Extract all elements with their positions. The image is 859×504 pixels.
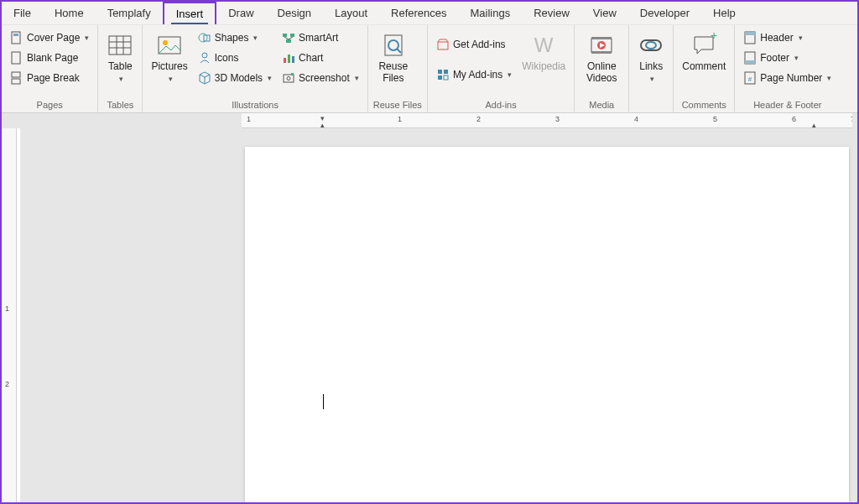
indent-marker-icon[interactable]: ▴ [320,121,325,128]
shapes-button[interactable]: Shapes▾ [195,29,275,47]
link-icon [638,32,664,59]
vertical-ruler[interactable]: 1 2 [2,128,17,502]
group-illustrations: Pictures▾ Shapes▾ Icons 3D Models ▾ [143,25,367,112]
page-number-label: Page Number [760,72,822,84]
tab-templafy[interactable]: Templafy [96,2,163,24]
ruler-mark: 5 [713,115,717,123]
table-label: Table [108,60,133,72]
reuse-files-button[interactable]: Reuse Files [373,29,414,84]
header-icon [743,31,757,44]
chevron-down-icon: ▾ [799,34,803,42]
group-tables-label: Tables [103,97,137,112]
svg-rect-27 [291,73,294,75]
3d-models-button[interactable]: 3D Models ▾ [195,69,275,87]
svg-line-30 [397,49,401,53]
icons-button[interactable]: Icons [195,49,275,67]
footer-label: Footer [760,52,789,64]
text-cursor [323,394,324,409]
svg-rect-10 [159,37,180,54]
links-label: Links [639,60,663,72]
tab-file[interactable]: File [2,2,43,24]
smartart-label: SmartArt [299,32,338,44]
tab-draw[interactable]: Draw [216,2,265,24]
tab-home[interactable]: Home [43,2,96,24]
svg-rect-22 [284,58,286,63]
svg-rect-40 [591,37,612,39]
header-button[interactable]: Header▾ [740,29,835,47]
3d-models-label: 3D Models [215,72,263,84]
tab-insert[interactable]: Insert [163,2,217,24]
group-comments-label: Comments [679,97,729,112]
shapes-label: Shapes [215,32,249,44]
links-button[interactable]: Links▾ [634,29,668,85]
screenshot-label: Screenshot [299,72,350,84]
blank-page-label: Blank Page [27,52,78,64]
chevron-down-icon: ▾ [119,75,123,83]
online-videos-button[interactable]: Online Videos [580,29,623,84]
document-workspace: 1 1 2 3 4 5 6 7 ▾ ▴ ▴ 1 2 [2,113,857,502]
comment-label: Comment [682,60,726,72]
blank-page-button[interactable]: Blank Page [7,49,92,67]
svg-text:W: W [534,34,554,56]
tab-view[interactable]: View [581,2,628,24]
group-header-footer: Header▾ Footer▾ # Page Number▾ Header & … [735,25,840,112]
screenshot-button[interactable]: Screenshot▾ [279,69,362,87]
page-number-button[interactable]: # Page Number▾ [740,69,835,87]
cover-page-button[interactable]: Cover Page▾ [7,29,92,47]
table-button[interactable]: Table▾ [103,29,137,85]
ruler-mark: 3 [555,115,560,123]
horizontal-ruler[interactable]: 1 1 2 3 4 5 6 7 ▾ ▴ ▴ [242,113,852,128]
footer-icon [743,51,757,65]
svg-text:+: + [711,32,717,42]
wikipedia-button[interactable]: W Wikipedia [518,29,569,72]
page-break-label: Page Break [27,72,80,84]
document-page[interactable] [245,147,849,504]
pictures-button[interactable]: Pictures▾ [148,29,190,85]
icons-icon [198,51,211,65]
svg-rect-34 [438,75,442,80]
wikipedia-label: Wikipedia [522,60,565,72]
group-illustrations-label: Illustrations [148,97,362,112]
cube-icon [198,71,211,85]
tab-design[interactable]: Design [266,2,323,24]
svg-rect-24 [292,56,294,63]
ruler-mark: 1 [5,304,9,313]
reuse-files-icon [380,32,407,59]
pictures-icon [156,32,183,59]
ruler-mark: 2 [5,380,9,388]
page-break-button[interactable]: Page Break [7,69,92,87]
shapes-icon [198,31,211,44]
footer-button[interactable]: Footer▾ [740,49,835,67]
chart-button[interactable]: Chart [279,49,362,67]
tab-help[interactable]: Help [701,2,747,24]
header-label: Header [760,32,793,44]
ruler-mark: 4 [634,115,638,123]
group-media-label: Media [580,97,623,112]
svg-text:#: # [748,75,752,83]
svg-rect-4 [12,79,20,84]
get-addins-label: Get Add-ins [453,39,506,50]
chevron-down-icon: ▾ [253,34,258,42]
tab-references[interactable]: References [379,2,458,24]
svg-rect-35 [444,75,448,80]
ribbon: Cover Page▾ Blank Page Page Break Pages … [2,25,857,113]
svg-rect-2 [12,52,20,64]
smartart-button[interactable]: SmartArt [279,29,362,47]
tab-developer[interactable]: Developer [628,2,701,24]
get-addins-button[interactable]: Get Add-ins [433,35,515,54]
tab-mailings[interactable]: Mailings [459,2,523,24]
icons-label: Icons [215,52,239,64]
ruler-mark: 6 [792,115,796,123]
video-icon [588,32,615,59]
comment-button[interactable]: + Comment [679,29,729,72]
page-number-icon: # [743,71,757,85]
right-indent-marker-icon[interactable]: ▴ [812,121,816,128]
chart-label: Chart [299,52,323,64]
group-pages: Cover Page▾ Blank Page Page Break Pages [2,25,98,112]
group-header-footer-label: Header & Footer [740,97,835,112]
tab-review[interactable]: Review [522,2,581,24]
my-addins-button[interactable]: My Add-ins ▾ [433,65,515,84]
tab-layout[interactable]: Layout [323,2,379,24]
chevron-down-icon: ▾ [169,75,173,83]
svg-rect-19 [286,39,291,43]
